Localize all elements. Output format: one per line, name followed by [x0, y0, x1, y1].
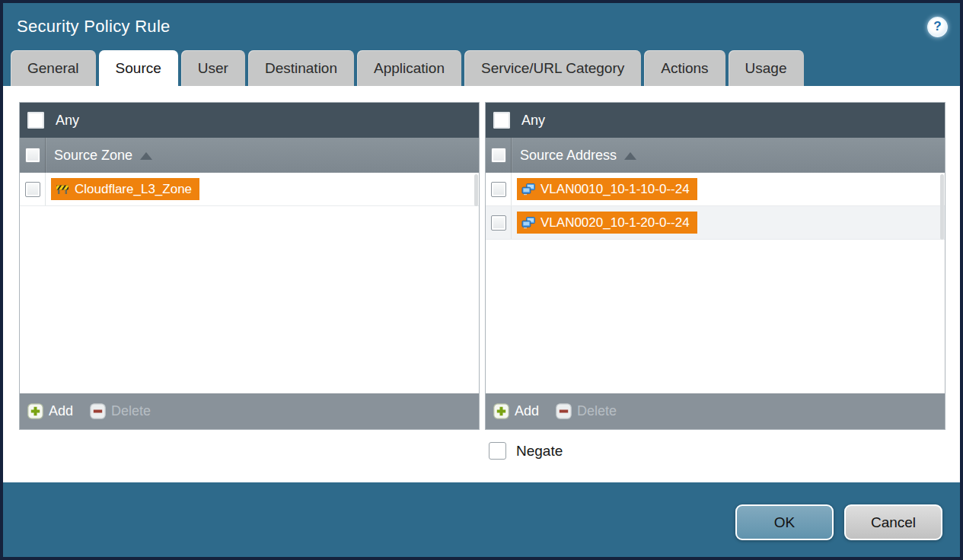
address-pill[interactable]: VLAN0020_10-1-20-0--24: [517, 212, 697, 234]
cancel-button[interactable]: Cancel: [844, 504, 942, 540]
source-address-panel: Any Source Address: [485, 102, 945, 430]
add-icon: [493, 403, 509, 419]
network-icon: [521, 183, 535, 196]
source-zone-select-all-checkbox[interactable]: [25, 148, 40, 163]
zone-pill-label: Cloudflare_L3_Zone: [75, 182, 192, 197]
network-icon: [521, 217, 535, 229]
source-zone-panel: Any Source Zone: [19, 102, 480, 430]
list-item[interactable]: VLAN0020_10-1-20-0--24: [486, 206, 945, 240]
row-checkbox[interactable]: [25, 182, 40, 197]
source-zone-list: Cloudflare_L3_Zone: [20, 173, 479, 393]
tab-bar: General Source User Destination Applicat…: [3, 50, 960, 86]
tab-application[interactable]: Application: [357, 50, 461, 86]
address-pill[interactable]: VLAN0010_10-1-10-0--24: [517, 178, 697, 200]
source-address-column-header[interactable]: Source Address: [486, 138, 945, 173]
source-address-any-checkbox[interactable]: [493, 112, 510, 129]
tab-usage[interactable]: Usage: [729, 50, 804, 86]
add-button-label: Add: [515, 403, 539, 419]
negate-label: Negate: [516, 443, 563, 460]
sort-ascending-icon: [624, 152, 636, 160]
add-button-label: Add: [49, 403, 73, 419]
source-address-list: VLAN0010_10-1-10-0--24: [486, 173, 945, 393]
address-pill-label: VLAN0010_10-1-10-0--24: [540, 182, 690, 197]
delete-button[interactable]: Delete: [556, 403, 617, 419]
source-zone-any-bar: Any: [20, 103, 479, 138]
delete-button-label: Delete: [577, 403, 617, 419]
source-address-toolbar: Add Delete: [486, 393, 945, 429]
scrollbar-thumb[interactable]: [474, 174, 478, 206]
list-item[interactable]: Cloudflare_L3_Zone: [20, 173, 479, 206]
source-address-select-all-checkbox[interactable]: [491, 148, 506, 163]
scrollbar-thumb[interactable]: [940, 174, 944, 240]
titlebar: Security Policy Rule ?: [3, 3, 960, 50]
security-policy-rule-dialog: Security Policy Rule ? General Source Us…: [0, 0, 963, 560]
negate-row: Negate: [489, 442, 960, 460]
source-zone-toolbar: Add Delete: [20, 393, 479, 429]
delete-button-label: Delete: [111, 403, 151, 419]
source-tab-content: Any Source Zone: [3, 86, 960, 482]
row-checkbox[interactable]: [491, 182, 506, 197]
dialog-title: Security Policy Rule: [17, 17, 927, 37]
source-address-column-label[interactable]: Source Address: [520, 148, 617, 164]
address-pill-label: VLAN0020_10-1-20-0--24: [540, 215, 690, 231]
add-icon: [27, 403, 43, 419]
tab-destination[interactable]: Destination: [248, 50, 354, 86]
negate-checkbox[interactable]: [489, 442, 506, 460]
delete-button[interactable]: Delete: [90, 403, 151, 419]
tab-service-url-category[interactable]: Service/URL Category: [464, 50, 641, 86]
help-icon[interactable]: ?: [927, 17, 948, 37]
tab-source[interactable]: Source: [99, 50, 178, 86]
sort-ascending-icon: [140, 152, 152, 160]
list-item[interactable]: VLAN0010_10-1-10-0--24: [486, 173, 945, 206]
add-button[interactable]: Add: [493, 403, 539, 419]
delete-icon: [556, 403, 572, 419]
source-zone-column-label[interactable]: Source Zone: [54, 148, 132, 164]
ok-button[interactable]: OK: [735, 504, 834, 540]
tab-user[interactable]: User: [181, 50, 245, 86]
source-address-any-bar: Any: [486, 103, 945, 138]
source-address-any-label: Any: [521, 113, 545, 129]
tab-actions[interactable]: Actions: [644, 50, 725, 86]
row-checkbox[interactable]: [491, 215, 506, 231]
source-zone-any-checkbox[interactable]: [27, 112, 44, 129]
tab-general[interactable]: General: [11, 50, 96, 86]
delete-icon: [90, 403, 106, 419]
zone-icon: [56, 183, 69, 195]
zone-pill[interactable]: Cloudflare_L3_Zone: [51, 178, 199, 200]
dialog-footer: OK Cancel: [3, 482, 960, 557]
add-button[interactable]: Add: [27, 403, 73, 419]
source-zone-any-label: Any: [56, 113, 79, 129]
source-zone-column-header[interactable]: Source Zone: [20, 138, 479, 173]
